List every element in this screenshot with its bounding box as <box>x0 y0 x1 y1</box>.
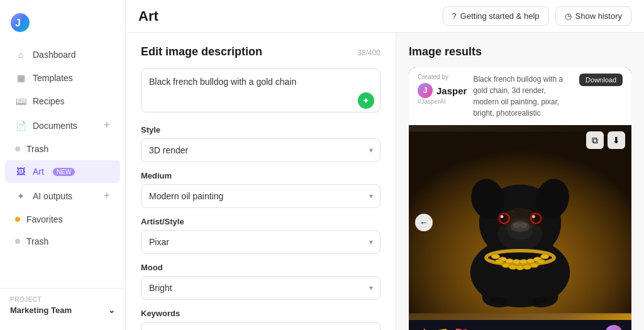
sidebar-art-label: Art <box>33 167 44 177</box>
style-select-wrap: 3D render Painting Photo Illustration ▾ <box>141 138 380 162</box>
sidebar-item-art[interactable]: 🖼 Art NEW <box>5 160 120 183</box>
image-footer: 👍 👎 🚩 J <box>409 320 631 330</box>
document-icon: 📄 <box>15 120 26 131</box>
editor-title: Edit image description <box>141 45 262 58</box>
topbar: Art ? Getting started & help ◷ Show hist… <box>126 0 644 33</box>
sidebar-trash-label: Trash <box>26 144 48 154</box>
sidebar-item-templates-label: Templates <box>33 73 73 83</box>
project-label: PROJECT <box>10 296 115 303</box>
image-card-description: Black french bulldog with a gold chain, … <box>473 74 573 119</box>
mood-select[interactable]: Bright Dark Moody Vibrant <box>141 276 380 300</box>
grid-icon: ▦ <box>15 72 26 84</box>
copy-icon: ⧉ <box>592 135 598 146</box>
project-name[interactable]: Marketing Team ⌄ <box>10 305 115 315</box>
generate-icon[interactable]: ✦ <box>358 92 374 109</box>
show-history-button[interactable]: ◷ Show history <box>555 6 631 26</box>
artist-select-wrap: Pixar Monet Rembrandt Van Gogh ▾ <box>141 230 380 254</box>
sidebar-item-dashboard[interactable]: ⌂ Dashboard <box>5 43 120 66</box>
image-action-buttons: ⧉ ⬇ <box>586 131 625 149</box>
svg-point-34 <box>530 263 538 267</box>
sidebar-item-favorites[interactable]: Favorites <box>5 209 120 230</box>
results-title: Image results <box>409 45 631 58</box>
created-by-label: Created by <box>418 74 467 80</box>
main-area: Art ? Getting started & help ◷ Show hist… <box>126 0 644 330</box>
jasper-brand: J Jasper <box>418 83 467 98</box>
keywords-select[interactable]: Photorealistic Abstract Minimal <box>141 322 380 330</box>
svg-point-35 <box>537 260 545 264</box>
style-label: Style <box>141 125 380 135</box>
sidebar-item-ai-outputs[interactable]: ✦ AI outputs + <box>5 184 120 208</box>
svg-text:J: J <box>15 18 21 28</box>
book-icon: 📖 <box>15 96 26 107</box>
svg-point-36 <box>482 287 517 308</box>
image-footer-actions: 👍 👎 🚩 <box>418 328 468 331</box>
artist-select[interactable]: Pixar Monet Rembrandt Van Gogh <box>141 230 380 254</box>
documents-add-button[interactable]: + <box>103 119 110 132</box>
favorites-dot <box>15 217 20 222</box>
svg-point-37 <box>523 287 558 308</box>
sidebar-bottom: PROJECT Marketing Team ⌄ <box>0 288 125 322</box>
keywords-select-wrap: Photorealistic Abstract Minimal ▾ <box>141 322 380 330</box>
results-panel: Image results Created by J Jasper #Jaspe… <box>396 33 644 330</box>
project-chevron-icon: ⌄ <box>108 305 115 315</box>
mood-select-wrap: Bright Dark Moody Vibrant ▾ <box>141 276 380 300</box>
jasper-avatar: J <box>418 83 433 98</box>
image-display: ← ⧉ ⬇ <box>409 125 631 320</box>
flag-button[interactable]: 🚩 <box>455 328 468 331</box>
dislike-button[interactable]: 👎 <box>436 328 449 331</box>
logo-area: J <box>0 8 125 43</box>
description-textarea[interactable] <box>141 69 380 113</box>
char-count: 38/400 <box>357 48 380 57</box>
copy-image-button[interactable]: ⧉ <box>586 131 604 149</box>
sidebar-nav: ⌂ Dashboard ▦ Templates 📖 Recipes 📄 Docu… <box>0 43 125 288</box>
artist-label: Artist/Style <box>141 217 380 226</box>
style-select[interactable]: 3D render Painting Photo Illustration <box>141 138 380 162</box>
svg-point-29 <box>495 260 503 264</box>
download-button[interactable]: Download <box>579 74 623 86</box>
home-icon: ⌂ <box>15 49 26 60</box>
sidebar-documents-label: Documents <box>33 121 77 131</box>
getting-started-button[interactable]: ? Getting started & help <box>443 6 549 26</box>
svg-point-21 <box>491 254 499 258</box>
art-new-badge: NEW <box>53 168 75 176</box>
history-icon: ◷ <box>565 11 572 21</box>
trash-dot <box>15 146 20 151</box>
image-card: Created by J Jasper #JasperAI Black fren… <box>409 67 631 330</box>
sidebar-item-documents[interactable]: 📄 Documents + <box>5 113 120 138</box>
sidebar: J ⌂ Dashboard ▦ Templates 📖 Recipes 📄 Do… <box>0 0 126 330</box>
generated-image <box>409 125 631 320</box>
medium-select-wrap: Modern oil painting Watercolor Acrylic D… <box>141 184 380 208</box>
editor-panel: Edit image description 38/400 ✦ Style 3D… <box>126 33 396 330</box>
app-logo: J <box>10 13 30 33</box>
sidebar-item-ai-trash[interactable]: Trash <box>5 231 120 252</box>
svg-point-28 <box>541 254 549 258</box>
content-area: Edit image description 38/400 ✦ Style 3D… <box>126 33 644 330</box>
mood-label: Mood <box>141 263 380 272</box>
sidebar-item-templates[interactable]: ▦ Templates <box>5 67 120 89</box>
sidebar-item-trash[interactable]: Trash <box>5 138 120 160</box>
svg-point-39 <box>498 297 508 304</box>
ai-outputs-icon: ✦ <box>15 190 26 202</box>
download-image-button[interactable]: ⬇ <box>608 131 625 149</box>
keywords-label: Keywords <box>141 309 380 318</box>
help-icon: ? <box>452 11 457 21</box>
download-icon: ⬇ <box>613 135 620 145</box>
sidebar-item-recipes-label: Recipes <box>33 96 65 106</box>
sidebar-item-recipes[interactable]: 📖 Recipes <box>5 90 120 113</box>
sidebar-ai-outputs-label: AI outputs <box>33 191 72 201</box>
description-field-wrap: ✦ <box>141 69 380 115</box>
medium-select[interactable]: Modern oil painting Watercolor Acrylic D… <box>141 184 380 208</box>
image-card-header: Created by J Jasper #JasperAI Black fren… <box>409 67 631 125</box>
sidebar-ai-trash-label: Trash <box>26 236 48 246</box>
jasper-logo-area: Created by J Jasper #JasperAI <box>418 74 467 105</box>
sidebar-favorites-label: Favorites <box>26 214 63 224</box>
jasper-hashtag: #JasperAI <box>418 98 467 105</box>
art-icon: 🖼 <box>15 166 26 177</box>
ai-outputs-add-button[interactable]: + <box>103 189 110 202</box>
page-title: Art <box>138 8 436 25</box>
medium-label: Medium <box>141 171 380 180</box>
image-prev-button[interactable]: ← <box>415 214 433 231</box>
sidebar-item-dashboard-label: Dashboard <box>33 50 76 60</box>
like-button[interactable]: 👍 <box>418 328 430 331</box>
footer-jasper-logo: J <box>605 325 623 330</box>
